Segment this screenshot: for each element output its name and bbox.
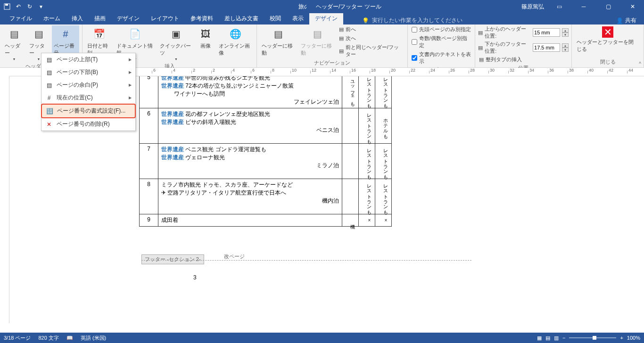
ribbon-tabs: ファイル ホーム 挿入 描画 デザイン レイアウト 参考資料 差し込み文書 校閲… <box>0 13 644 24</box>
show-document-text-check[interactable]: 文書内のテキストを表示 <box>411 50 472 65</box>
tab-file[interactable]: ファイル <box>4 13 38 24</box>
group-label-nav: ナビゲーション <box>260 58 405 67</box>
header-icon: ▤ <box>7 26 22 41</box>
ribbon: ▤ヘッダー▼ ▤フッター▼ #ページ番号▼ ヘッダーとフ 📅日付と時刻 📄ドキュ… <box>0 24 644 68</box>
tab-references[interactable]: 参考資料 <box>185 13 219 24</box>
header-button[interactable]: ▤ヘッダー▼ <box>3 25 25 62</box>
insert-align-tab-button[interactable]: ▤整列タブの挿入 <box>478 56 569 64</box>
different-odd-even-check[interactable]: 奇数/偶数ページ別指定 <box>411 34 472 49</box>
online-pictures-button[interactable]: 🌐オンライン画像 <box>217 25 254 57</box>
menu-format-page-numbers[interactable]: 🔢ページ番号の書式設定(F)... <box>41 104 136 118</box>
remove-icon: ✕ <box>45 121 53 128</box>
table-row: 7 世界遺産 ベニス観光 ゴンドラ運河遊覧も 世界遺産 ヴェローナ観光 ミラノ泊… <box>140 144 392 179</box>
share-icon: 👤 <box>616 17 623 24</box>
redo-button[interactable]: ↻ <box>25 1 35 12</box>
footer-page-number[interactable]: 3 <box>193 274 197 281</box>
image-icon: 🖼 <box>198 26 213 41</box>
goto-header-icon: ▤ <box>271 26 286 41</box>
footer-position-input[interactable] <box>533 43 560 52</box>
footer-pos-icon: ▤ <box>478 45 483 51</box>
minimize-button[interactable]: ─ <box>574 0 593 13</box>
undo-button[interactable]: ↶ <box>13 1 24 12</box>
titlebar: ↶ ↻ ▾ 旅のしおり - Word ヘッダー/フッター ツール 篠原篤弘 ▭ … <box>0 0 644 13</box>
footer-boundary <box>141 260 471 261</box>
group-label-close: 閉じる <box>575 57 641 66</box>
menu-page-top[interactable]: ▤ページの上部(T)▶ <box>41 53 135 66</box>
tab-draw[interactable]: 描画 <box>89 13 111 24</box>
page-break-label: 改ページ <box>224 253 245 260</box>
tab-insert[interactable]: 挿入 <box>66 13 89 24</box>
quick-parts-button[interactable]: ▣クイックパーツ▼ <box>158 25 195 62</box>
header-pos-icon: ▤ <box>478 30 483 36</box>
tab-design[interactable]: デザイン <box>111 13 145 24</box>
page-bottom-icon: ▤ <box>45 69 53 76</box>
calendar-icon: 📅 <box>91 26 107 41</box>
ribbon-options-button[interactable]: ▭ <box>550 0 569 13</box>
menu-page-bottom[interactable]: ▤ページの下部(B)▶ <box>41 66 135 79</box>
link-icon: ▤ <box>339 48 344 54</box>
page-margin-icon: ▤ <box>45 82 53 89</box>
spin-down[interactable]: ▼ <box>562 33 569 37</box>
menu-page-margin[interactable]: ▤ページの余白(P)▶ <box>41 79 135 91</box>
bulb-icon: 💡 <box>362 17 369 24</box>
spin-up[interactable]: ▲ <box>562 43 569 48</box>
header-position-input[interactable] <box>533 28 560 37</box>
tell-me-search[interactable]: 💡 実行したい作業を入力してください <box>362 16 462 24</box>
next-icon: ▤ <box>339 35 344 41</box>
prev-section-button[interactable]: ▤前へ <box>338 25 405 33</box>
svg-rect-1 <box>5 4 8 6</box>
collapse-ribbon-button[interactable]: ^ <box>639 61 641 66</box>
page-top-icon: ▤ <box>45 56 53 64</box>
align-tab-icon: ▤ <box>479 57 484 63</box>
context-tab-label: ヘッダー/フッター ツール <box>306 1 391 13</box>
current-pos-icon: # <box>45 94 53 102</box>
tab-view[interactable]: 表示 <box>287 13 309 24</box>
tab-review[interactable]: 校閲 <box>264 13 287 24</box>
docinfo-icon: 📄 <box>128 26 143 41</box>
save-button[interactable] <box>2 1 12 12</box>
close-button[interactable]: ✕ <box>623 0 642 13</box>
table-row: 9 成田着 機 × × <box>140 214 392 227</box>
next-section-button[interactable]: ▤次へ <box>338 34 405 42</box>
tab-layout[interactable]: レイアウト <box>145 13 185 24</box>
goto-footer-icon: ▤ <box>310 26 325 41</box>
user-name: 篠原篤弘 <box>521 3 544 11</box>
link-previous-button[interactable]: ▤前と同じヘッダー/フッター <box>338 43 405 58</box>
quickparts-icon: ▣ <box>168 26 183 41</box>
tab-hf-design[interactable]: デザイン <box>309 13 343 24</box>
footer-icon: ▤ <box>31 26 46 41</box>
pagenum-icon: # <box>58 26 73 41</box>
spin-up[interactable]: ▲ <box>562 28 569 33</box>
online-image-icon: 🌐 <box>228 26 243 41</box>
spin-down[interactable]: ▼ <box>562 48 569 52</box>
goto-footer-button: ▤フッターに移動 <box>299 25 336 57</box>
page-number-menu: ▤ページの上部(T)▶ ▤ページの下部(B)▶ ▤ページの余白(P)▶ #現在の… <box>41 53 136 131</box>
itinerary-table: 5 世界遺産 中世の街並みが残るシエナを観光 世界遺産 72本の塔が立ち並ぶサン… <box>139 76 392 227</box>
tab-home[interactable]: ホーム <box>38 13 66 24</box>
document-page: 5 世界遺産 中世の街並みが残るシエナを観光 世界遺産 72本の塔が立ち並ぶサン… <box>139 76 469 227</box>
prev-icon: ▤ <box>339 26 344 33</box>
share-button[interactable]: 👤 共有 <box>616 16 636 24</box>
tab-mailings[interactable]: 差し込み文書 <box>219 13 264 24</box>
table-row: 8 ミラノ市内観光 ドゥモ、スカラ座、アーケードなど ✈ 空路アリタリア・イタリ… <box>140 179 392 214</box>
table-row: 6 世界遺産 花の都フィレンツェ歴史地区観光 世界遺産 ピサの斜塔入場観光 ベニ… <box>140 108 392 144</box>
different-first-page-check[interactable]: 先頭ページのみ別指定 <box>411 25 472 33</box>
table-row: 5 世界遺産 中世の街並みが残るシエナを観光 世界遺産 72本の塔が立ち並ぶサン… <box>140 76 392 108</box>
quick-access-toolbar: ↶ ↻ ▾ <box>0 1 48 12</box>
format-icon: 🔢 <box>46 107 53 115</box>
close-hf-button[interactable]: ✕ヘッダーとフッターを閉じる <box>575 25 641 54</box>
footer-section-marker: フッター -セクション 2- <box>141 254 204 264</box>
pictures-button[interactable]: 🖼画像 <box>196 25 215 50</box>
menu-remove-page-numbers[interactable]: ✕ページ番号の削除(R) <box>41 118 135 131</box>
maximize-button[interactable]: ▢ <box>599 0 618 13</box>
vertical-ruler[interactable] <box>0 76 9 323</box>
qat-more[interactable]: ▾ <box>36 1 46 12</box>
goto-header-button[interactable]: ▤ヘッダーに移動 <box>260 25 297 57</box>
close-hf-icon: ✕ <box>602 26 613 38</box>
menu-current-position[interactable]: #現在の位置(C)▶ <box>41 91 135 104</box>
